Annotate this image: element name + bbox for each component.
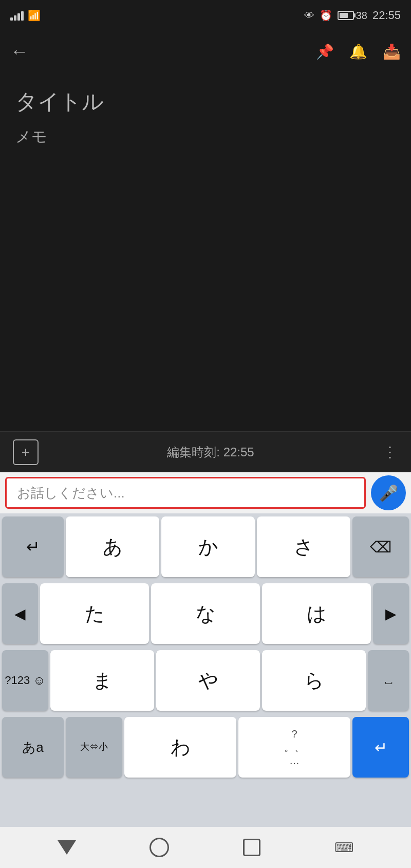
status-left: 📶	[10, 9, 41, 22]
status-right: 👁 ⏰ 38 22:55	[304, 9, 401, 22]
status-time: 22:55	[372, 9, 401, 22]
key-ya-label: や	[198, 668, 218, 694]
key-punct[interactable]: ?。、…	[238, 717, 350, 778]
signal-bar-3	[17, 13, 20, 21]
signal-bar-4	[21, 11, 24, 21]
key-ya[interactable]: や	[156, 650, 260, 711]
triangle-back-icon	[58, 840, 76, 855]
battery-tip	[354, 13, 356, 17]
key-ta-label: た	[85, 601, 105, 627]
battery-level: 38	[356, 10, 367, 22]
plus-icon: +	[22, 444, 30, 460]
nav-back-button[interactable]	[54, 835, 80, 860]
key-ha-label: は	[307, 601, 327, 627]
keyboard: ↵ あ か さ ⌫ ◀ た な は ▶	[0, 513, 411, 827]
more-button[interactable]: ⋮	[383, 444, 398, 460]
key-ka-label: か	[198, 534, 218, 560]
key-ha[interactable]: は	[262, 583, 371, 644]
bell-add-icon[interactable]: 🔔	[349, 43, 367, 60]
back-button[interactable]: ←	[10, 41, 29, 62]
kana-label: あa	[22, 738, 43, 756]
key-sa[interactable]: さ	[257, 516, 350, 577]
backspace-icon: ⌫	[370, 538, 391, 556]
note-memo[interactable]: メモ	[15, 126, 396, 147]
nav-recent-button[interactable]	[239, 835, 265, 860]
add-button[interactable]: +	[13, 439, 39, 465]
key-space[interactable]: ⎵	[368, 650, 409, 711]
key-sa-label: さ	[294, 534, 314, 560]
key-a-label: あ	[103, 534, 123, 560]
key-a[interactable]: あ	[66, 516, 159, 577]
keyboard-row-4: あa 大⇔小 わ ?。、… ↵	[0, 714, 411, 781]
size-label: 大⇔小	[80, 741, 108, 753]
key-wa[interactable]: わ	[124, 717, 236, 778]
enter-left-icon: ↵	[26, 537, 40, 557]
battery-fill	[340, 13, 348, 18]
mic-icon: 🎤	[379, 484, 398, 502]
key-ra-label: ら	[304, 668, 324, 694]
space-icon: ⎵	[385, 674, 392, 687]
key-num-switch[interactable]: ?123 ☺	[2, 650, 48, 711]
key-na[interactable]: な	[151, 583, 260, 644]
keyboard-row-1: ↵ あ か さ ⌫	[0, 513, 411, 580]
nav-bar: ⌨	[0, 827, 411, 868]
keyboard-row-3: ?123 ☺ ま や ら ⎵	[0, 647, 411, 714]
signal-bars	[10, 10, 24, 21]
signal-bar-1	[10, 17, 13, 21]
action-icons: 📌 🔔 📥	[316, 43, 401, 60]
punct-label: ?。、…	[284, 727, 305, 767]
key-return[interactable]: ↵	[352, 717, 409, 778]
note-area[interactable]: タイトル メモ	[0, 72, 411, 432]
alarm-icon: ⏰	[320, 9, 332, 22]
action-bar: ← 📌 🔔 📥	[0, 31, 411, 72]
keyboard-nav-icon: ⌨	[334, 840, 354, 856]
battery-box	[338, 11, 354, 20]
key-ma[interactable]: ま	[50, 650, 154, 711]
nav-home-button[interactable]	[146, 835, 172, 860]
key-left-arrow[interactable]: ◀	[2, 583, 38, 644]
key-kana-switch[interactable]: あa	[2, 717, 64, 778]
signal-bar-2	[14, 15, 16, 21]
eye-icon: 👁	[304, 10, 314, 22]
nav-keyboard-button[interactable]: ⌨	[331, 835, 357, 860]
key-size-switch[interactable]: 大⇔小	[66, 717, 122, 778]
key-right-arrow[interactable]: ▶	[373, 583, 409, 644]
key-na-label: な	[196, 601, 216, 627]
battery-area: 38	[338, 10, 367, 22]
note-title[interactable]: タイトル	[15, 87, 396, 116]
bottom-toolbar: + 編集時刻: 22:55 ⋮	[0, 431, 411, 472]
num-label: ?123	[5, 674, 30, 687]
pin-icon[interactable]: 📌	[316, 43, 334, 60]
key-enter-return[interactable]: ↵	[2, 516, 64, 577]
right-arrow-icon: ▶	[385, 605, 397, 622]
return-icon: ↵	[375, 738, 387, 756]
key-ta[interactable]: た	[40, 583, 149, 644]
key-ra[interactable]: ら	[262, 650, 366, 711]
circle-home-icon	[150, 838, 169, 857]
edit-time-label: 編集時刻: 22:55	[167, 444, 254, 460]
mic-button[interactable]: 🎤	[371, 475, 406, 510]
key-ma-label: ま	[92, 668, 113, 694]
key-backspace[interactable]: ⌫	[352, 516, 409, 577]
key-ka[interactable]: か	[161, 516, 255, 577]
voice-text-field[interactable]: お話しください...	[5, 477, 366, 509]
archive-icon[interactable]: 📥	[383, 43, 401, 60]
key-wa-label: わ	[171, 734, 191, 761]
voice-input-bar: お話しください... 🎤	[0, 472, 411, 513]
smile-label: ☺	[33, 673, 46, 688]
keyboard-row-2: ◀ た な は ▶	[0, 580, 411, 647]
left-arrow-icon: ◀	[14, 605, 26, 622]
voice-placeholder: お話しください...	[17, 484, 125, 502]
wifi-icon: 📶	[28, 9, 41, 22]
status-bar: 📶 👁 ⏰ 38 22:55	[0, 0, 411, 31]
square-recent-icon	[243, 839, 260, 856]
